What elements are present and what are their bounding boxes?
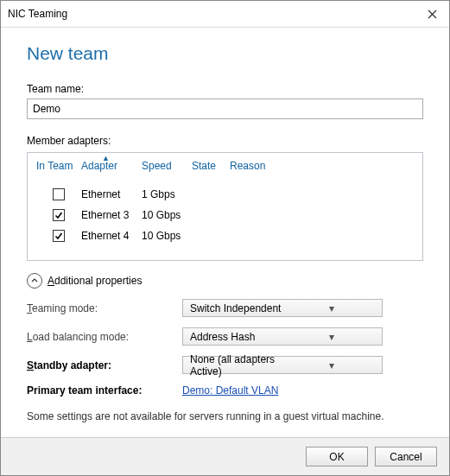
- table-body: Ethernet1 GbpsEthernet 310 GbpsEthernet …: [28, 179, 422, 260]
- window-title: NIC Teaming: [8, 8, 415, 20]
- team-name-input[interactable]: [27, 98, 423, 119]
- button-bar: OK Cancel: [1, 437, 449, 475]
- load-balancing-dropdown[interactable]: Address Hash ▾: [182, 327, 383, 346]
- load-balancing-label: Load balancing mode:: [27, 331, 182, 343]
- team-name-label: Team name:: [27, 83, 423, 95]
- table-header: In Team Adapter ▲ Speed State Reason: [28, 153, 422, 179]
- sort-asc-icon: ▲: [102, 154, 110, 162]
- member-adapters-label: Member adapters:: [27, 135, 423, 147]
- chevron-down-icon: ▾: [284, 359, 378, 371]
- standby-adapter-value: None (all adapters Active): [190, 353, 284, 378]
- col-header-reason[interactable]: Reason: [230, 160, 282, 172]
- in-team-cell: [36, 209, 81, 221]
- additional-properties-label: Additional properties: [48, 275, 142, 287]
- teaming-mode-dropdown[interactable]: Switch Independent ▾: [182, 299, 383, 317]
- col-header-state[interactable]: State: [192, 160, 230, 172]
- adapter-speed: 10 Gbps: [142, 209, 192, 221]
- standby-adapter-dropdown[interactable]: None (all adapters Active) ▾: [182, 356, 383, 374]
- settings-note: Some settings are not available for serv…: [27, 410, 423, 422]
- primary-team-interface-label: Primary team interface:: [27, 384, 182, 397]
- adapter-name: Ethernet 4: [81, 230, 142, 242]
- adapter-speed: 10 Gbps: [142, 230, 192, 242]
- additional-properties-toggle[interactable]: Additional properties: [27, 273, 423, 289]
- cancel-button[interactable]: Cancel: [375, 447, 437, 466]
- in-team-cell: [36, 230, 81, 242]
- chevron-up-icon: [27, 273, 42, 289]
- standby-adapter-label: Standby adapter:: [27, 359, 182, 371]
- titlebar: NIC Teaming: [1, 1, 449, 28]
- in-team-cell: [36, 188, 81, 200]
- close-icon: [428, 10, 437, 19]
- adapter-speed: 1 Gbps: [142, 188, 192, 200]
- content-area: New team Team name: Member adapters: In …: [1, 28, 449, 437]
- col-header-in-team[interactable]: In Team: [36, 160, 81, 172]
- table-row[interactable]: Ethernet 410 Gbps: [36, 225, 414, 246]
- primary-team-interface-link[interactable]: Demo: Default VLAN: [182, 384, 278, 397]
- in-team-checkbox[interactable]: [53, 209, 65, 221]
- chevron-down-icon: ▾: [284, 331, 378, 343]
- page-title: New team: [27, 43, 423, 64]
- adapter-name: Ethernet 3: [81, 209, 142, 221]
- ok-button[interactable]: OK: [306, 447, 368, 466]
- teaming-mode-value: Switch Independent: [190, 302, 284, 314]
- in-team-checkbox[interactable]: [53, 188, 65, 200]
- col-header-adapter[interactable]: Adapter ▲: [81, 160, 142, 172]
- in-team-checkbox[interactable]: [53, 230, 65, 242]
- chevron-down-icon: ▾: [284, 302, 378, 314]
- teaming-mode-label: Teaming mode:: [27, 302, 182, 314]
- member-adapters-table: In Team Adapter ▲ Speed State Reason Eth…: [27, 152, 423, 261]
- load-balancing-value: Address Hash: [190, 331, 284, 343]
- adapter-name: Ethernet: [81, 188, 142, 200]
- col-header-speed[interactable]: Speed: [142, 160, 192, 172]
- table-row[interactable]: Ethernet1 Gbps: [36, 184, 414, 205]
- close-button[interactable]: [415, 1, 449, 27]
- table-row[interactable]: Ethernet 310 Gbps: [36, 205, 414, 225]
